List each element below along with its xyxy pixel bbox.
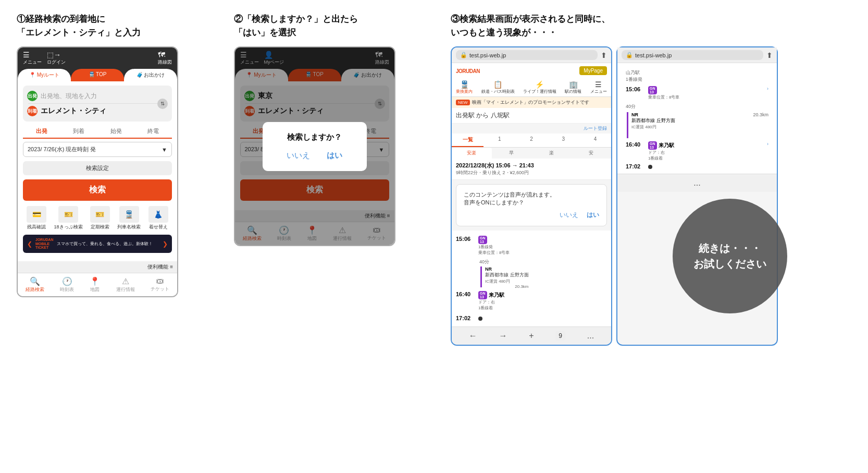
dialog-yes-btn[interactable]: はい (327, 151, 342, 161)
s3-tab-3[interactable]: 3 (548, 134, 579, 147)
s3-station3: 来乃駅 (489, 292, 504, 299)
bottom-map[interactable]: 📍 地図 (90, 276, 100, 293)
s3-back-icon[interactable]: ← (469, 331, 477, 341)
s3-audio-no-btn[interactable]: いいえ (560, 211, 578, 220)
tab-top[interactable]: 🚆 TOP (71, 69, 124, 81)
s4-timeline-row1: 15:06 GN13 乗車位置：8号車 › (622, 85, 773, 101)
s3-mypage-btn[interactable]: MyPage (579, 66, 607, 75)
s3-subtab-hayai[interactable]: 早 (492, 148, 532, 159)
banner-text: スマホで買って、乗れる、食べる、遊ぶ。新体験！ (57, 241, 159, 247)
s3-route-info: 9時間22分・乗り換え 2・¥2,600円 (456, 169, 607, 176)
s3-gap1: 40分 (479, 258, 607, 266)
s4-timeline-line1 (627, 112, 628, 138)
banner-prev-icon[interactable]: ❮ (27, 240, 32, 248)
s3-register-btn[interactable]: ルート登録 (584, 125, 607, 132)
s3-time4: 17:02 (456, 315, 474, 321)
s3-url: test.psi-web.jp (469, 52, 506, 58)
s4-chevron3[interactable]: › (767, 141, 768, 147)
bottom-info[interactable]: ⚠ 運行情報 (116, 276, 135, 293)
menu-icon-area[interactable]: ☰ メニュー (23, 51, 42, 66)
banner-next-icon[interactable]: ❯ (163, 240, 168, 248)
s3-more-icon[interactable]: ... (587, 331, 594, 341)
subtab-last[interactable]: 終電 (135, 125, 172, 138)
tab-myroute[interactable]: 📍 Myルート (18, 69, 71, 81)
s4-share-icon[interactable]: ⬆ (766, 51, 773, 59)
swap-button[interactable]: ⇅ (157, 99, 168, 109)
tab-outing[interactable]: 🧳 お出かけ (124, 69, 177, 81)
quick-icon-commuter[interactable]: 🎫 定期検索 (90, 206, 110, 231)
dialog-overlay: 検索しますか？ いいえ はい (235, 47, 394, 245)
s4-url-box[interactable]: 🔒 test.psi-web.jp (622, 50, 763, 60)
step2-title: ②「検索しますか？」と出たら 「はい」を選択 (234, 13, 435, 39)
s3-nav-timetable[interactable]: 📋 鉄道・バス時刻表 (481, 80, 515, 94)
subtab-arrive[interactable]: 到着 (60, 125, 98, 138)
step3-block: ③検索結果画面が表示されると同時に、 いつもと違う現象が・・・ 🔒 test.p… (451, 13, 851, 346)
s3-subtab-yasu[interactable]: 安 (572, 148, 612, 159)
origin-input[interactable]: 出発地、現地を入力 (41, 92, 168, 101)
bottom-timetable[interactable]: 🕐 時刻表 (60, 276, 74, 293)
s4-lock-icon: 🔒 (626, 52, 633, 58)
s3-tab-2[interactable]: 2 (515, 134, 547, 147)
search-settings-btn[interactable]: 検索設定 (23, 161, 172, 175)
quick-icon-18ticket[interactable]: 🎫 18きっぷ検索 (54, 206, 83, 231)
s3-browser-bar: 🔒 test.psi-web.jp ⬆ (452, 47, 611, 63)
s3-fwd-icon[interactable]: → (499, 331, 507, 341)
s4-terminal-dot (648, 165, 652, 169)
screen3-frame: 🔒 test.psi-web.jp ⬆ JORUDAN MyPage (451, 46, 612, 346)
s4-chevron1[interactable]: › (767, 86, 768, 91)
ticket-icon: 🎟 (151, 276, 169, 286)
origin-badge: 出発 (27, 91, 38, 101)
ad-banner[interactable]: ❮ JORUDANMOBILETICKET スマホで買って、乗れる、食べる、遊ぶ… (23, 235, 172, 253)
s3-tab-list[interactable]: 一覧 (452, 134, 483, 147)
step1-block: ①経路検索の到着地に 「エレメント・シティ」と入力 ☰ メニュー ⬚→ ログイン (17, 13, 217, 297)
s4-more-icon[interactable]: ... (693, 178, 700, 188)
s3-audio-yes-btn[interactable]: はい (587, 211, 599, 220)
s3-nav-liveinfo[interactable]: ⚡ ライブ！運行情報 (523, 80, 556, 94)
dest-row: 到着 エレメント・シティ (27, 104, 168, 118)
s4-badge3: GN13 (648, 141, 657, 150)
s3-nav-station[interactable]: 🏢 駅の情報 (565, 80, 581, 94)
util-bar[interactable]: 便利機能 ≡ (18, 261, 177, 273)
s3-tab-4[interactable]: 4 (579, 134, 611, 147)
s3-nav-route[interactable]: 🚆 乗換案内 (456, 80, 473, 94)
quick-icon-theme[interactable]: 👗 着せ替え (148, 206, 168, 231)
s4-prev-station-label: 山乃駅1番線発 (622, 68, 773, 85)
date-select[interactable]: 2023/ 7/26(水) 現在時刻 発 ▼ (23, 142, 172, 157)
s3-audio-text1: このコンテンツは音声が流れます。 (464, 191, 599, 199)
subtab-first[interactable]: 始発 (97, 125, 135, 138)
s3-timeline-line1 (480, 266, 482, 287)
quick-icon-balance[interactable]: 💳 残高確認 (27, 206, 46, 231)
bottom-route[interactable]: 🔍 経路検索 (26, 276, 44, 293)
route-inputs-area: 出発 出発地、現地を入力 到着 エレメント・シティ ⇅ (23, 86, 172, 122)
screen1-main-tabs: 📍 Myルート 🚆 TOP 🧳 お出かけ (18, 69, 177, 81)
search-btn[interactable]: 検索 (23, 179, 172, 201)
s4-time3: 16:40 (626, 141, 644, 148)
s3-tabs-count[interactable]: 9 (555, 331, 565, 341)
s3-subtab-raku[interactable]: 楽 (531, 148, 572, 159)
s3-share-icon[interactable]: ⬆ (601, 51, 607, 59)
s4-browser-bottom: ... (617, 174, 777, 192)
s3-new-banner[interactable]: NEW 映画「マイ・エレメント」のプロモーションサイトです (452, 97, 611, 108)
s4-browser-bar: 🔒 test.psi-web.jp ⬆ (617, 47, 777, 63)
s4-timeline-row4: 17:02 (622, 162, 773, 171)
dest-input[interactable]: エレメント・シティ (41, 106, 168, 116)
screen2-frame: ☰ メニュー 👤 Myページ 🗺 路線図 📍 Myルート (234, 46, 395, 246)
route-map-icon-area[interactable]: 🗺 路線図 (158, 51, 172, 66)
s3-url-box[interactable]: 🔒 test.psi-web.jp (456, 50, 598, 60)
quick-icon-trainname[interactable]: 🚆 列車名検索 (117, 206, 141, 231)
s3-nav-menu[interactable]: ☰ メニュー (590, 80, 607, 94)
login-icon-area[interactable]: ⬚→ ログイン (47, 51, 66, 66)
s3-subtab-anraku[interactable]: 安楽 (452, 148, 492, 159)
dialog-no-btn[interactable]: いいえ (287, 151, 310, 161)
s4-url: test.psi-web.jp (635, 52, 672, 58)
s3-tab-1[interactable]: 1 (483, 134, 515, 147)
s3-terminal-dot (478, 317, 482, 321)
s3-transfer1-dir: 新西都市線 丘野方面 (485, 272, 529, 278)
s3-badge1: GN13 (478, 236, 487, 244)
subtab-depart[interactable]: 出発 (23, 125, 60, 139)
bottom-ticket[interactable]: 🎟 チケット (151, 276, 169, 293)
s3-add-icon[interactable]: + (529, 331, 534, 341)
s3-audio-text2: 音声をONにしますか？ (464, 199, 599, 207)
s3-transfer1-label: NR (485, 266, 529, 272)
date-value: 2023/ 7/26(水) 現在時刻 発 (28, 145, 96, 153)
